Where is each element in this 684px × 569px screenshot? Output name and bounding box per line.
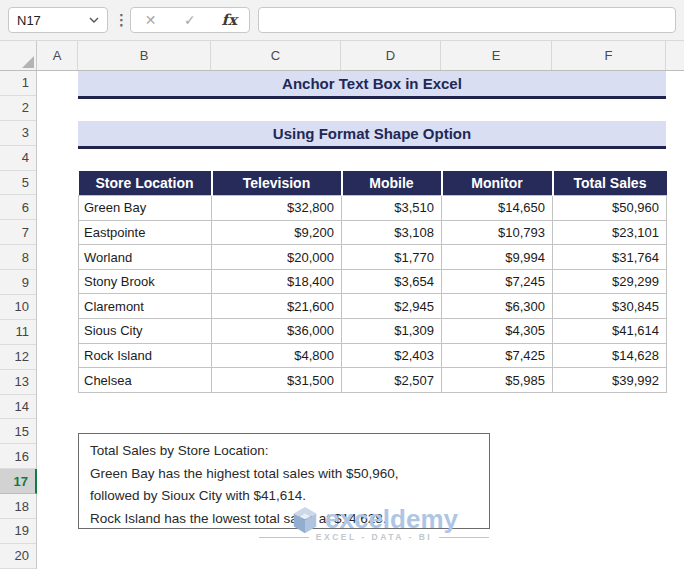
- row-header-18[interactable]: 18: [0, 494, 36, 519]
- chevron-down-icon[interactable]: [89, 16, 99, 24]
- textbox-line: Total Sales by Store Location:: [90, 440, 489, 463]
- cell-mobile[interactable]: $1,770: [342, 245, 442, 270]
- watermark-right-rule: [439, 537, 489, 538]
- cell-store[interactable]: Worland: [79, 245, 212, 270]
- row-header-11[interactable]: 11: [0, 320, 36, 345]
- row-header-13[interactable]: 13: [0, 370, 36, 395]
- header-television[interactable]: Television: [212, 171, 342, 196]
- enter-button[interactable]: ✓: [175, 12, 205, 28]
- row-header-19[interactable]: 19: [0, 519, 36, 544]
- exceldemy-watermark: exceldemy EXCEL - DATA - BI: [240, 504, 508, 542]
- cell-total[interactable]: $31,764: [553, 245, 667, 270]
- column-header-a[interactable]: A: [37, 41, 78, 70]
- formula-input[interactable]: [258, 7, 676, 33]
- cell-total[interactable]: $30,845: [553, 294, 667, 319]
- cancel-button[interactable]: ✕: [136, 12, 166, 28]
- column-header-d[interactable]: D: [341, 41, 441, 70]
- header-store-location[interactable]: Store Location: [79, 171, 212, 196]
- cell-total[interactable]: $23,101: [553, 220, 667, 245]
- row-header-9[interactable]: 9: [0, 270, 36, 295]
- cell-monitor[interactable]: $4,305: [442, 319, 553, 344]
- row-header-2[interactable]: 2: [0, 96, 36, 121]
- cell-store[interactable]: Claremont: [79, 294, 212, 319]
- cell-television[interactable]: $31,500: [212, 368, 342, 393]
- cell-television[interactable]: $36,000: [212, 319, 342, 344]
- row-headers: 1 2 3 4 5 6 7 8 9 10 11 12 13 14 15 16 1…: [0, 71, 37, 569]
- cell-mobile[interactable]: $1,309: [342, 319, 442, 344]
- more-options-icon[interactable]: ⋮: [114, 8, 126, 32]
- watermark-left-rule: [259, 537, 309, 538]
- cell-monitor[interactable]: $5,985: [442, 368, 553, 393]
- row-header-5[interactable]: 5: [0, 171, 36, 196]
- column-header-c[interactable]: C: [211, 41, 341, 70]
- cell-mobile[interactable]: $2,945: [342, 294, 442, 319]
- table-row: Worland $20,000 $1,770 $9,994 $31,764: [79, 245, 667, 270]
- cell-store[interactable]: Stony Brook: [79, 269, 212, 294]
- table-row: Eastpointe $9,200 $3,108 $10,793 $23,101: [79, 220, 667, 245]
- row-header-8[interactable]: 8: [0, 245, 36, 270]
- cell-mobile[interactable]: $3,510: [342, 196, 442, 221]
- row-header-17-active[interactable]: 17: [0, 469, 37, 494]
- cell-total[interactable]: $14,628: [553, 343, 667, 368]
- cell-store[interactable]: Chelsea: [79, 368, 212, 393]
- name-box-value: N17: [17, 13, 89, 28]
- name-box[interactable]: N17: [8, 7, 108, 33]
- cell-total[interactable]: $29,299: [553, 269, 667, 294]
- cell-monitor[interactable]: $7,425: [442, 343, 553, 368]
- row-header-4[interactable]: 4: [0, 146, 36, 171]
- table-row: Stony Brook $18,400 $3,654 $7,245 $29,29…: [79, 269, 667, 294]
- cell-monitor[interactable]: $10,793: [442, 220, 553, 245]
- cell-monitor[interactable]: $9,994: [442, 245, 553, 270]
- row-header-10[interactable]: 10: [0, 295, 36, 320]
- cell-mobile[interactable]: $2,507: [342, 368, 442, 393]
- table-row: Rock Island $4,800 $2,403 $7,425 $14,628: [79, 343, 667, 368]
- row-header-14[interactable]: 14: [0, 395, 36, 420]
- row-header-1[interactable]: 1: [0, 71, 36, 96]
- cell-television[interactable]: $20,000: [212, 245, 342, 270]
- cell-store[interactable]: Green Bay: [79, 196, 212, 221]
- cell-television[interactable]: $18,400: [212, 269, 342, 294]
- cell-store[interactable]: Sious City: [79, 319, 212, 344]
- cell-monitor[interactable]: $6,300: [442, 294, 553, 319]
- row-header-20[interactable]: 20: [0, 544, 36, 569]
- row-header-16[interactable]: 16: [0, 444, 36, 469]
- formula-buttons-group: ✕ ✓ fx: [130, 7, 250, 33]
- title-banner[interactable]: Anchor Text Box in Excel: [78, 71, 666, 99]
- row-header-15[interactable]: 15: [0, 419, 36, 444]
- cell-television[interactable]: $32,800: [212, 196, 342, 221]
- cell-television[interactable]: $21,600: [212, 294, 342, 319]
- column-header-e[interactable]: E: [441, 41, 552, 70]
- cell-mobile[interactable]: $2,403: [342, 343, 442, 368]
- table-header-row: Store Location Television Mobile Monitor…: [79, 171, 667, 196]
- section-banner[interactable]: Using Format Shape Option: [78, 121, 666, 149]
- formula-bar-strip: N17 ⋮ ✕ ✓ fx: [0, 0, 684, 41]
- header-monitor[interactable]: Monitor: [442, 171, 553, 196]
- column-header-f[interactable]: F: [552, 41, 666, 70]
- cell-total[interactable]: $50,960: [553, 196, 667, 221]
- header-mobile[interactable]: Mobile: [342, 171, 442, 196]
- cell-television[interactable]: $4,800: [212, 343, 342, 368]
- cell-mobile[interactable]: $3,654: [342, 269, 442, 294]
- cell-monitor[interactable]: $7,245: [442, 269, 553, 294]
- row-header-3[interactable]: 3: [0, 121, 36, 146]
- row-header-12[interactable]: 12: [0, 345, 36, 370]
- cell-monitor[interactable]: $14,650: [442, 196, 553, 221]
- excel-window: N17 ⋮ ✕ ✓ fx A B C D E F 1 2 3 4 5 6 7 8…: [0, 0, 684, 569]
- cell-television[interactable]: $9,200: [212, 220, 342, 245]
- cell-total[interactable]: $39,992: [553, 368, 667, 393]
- select-all-triangle-icon: [22, 56, 34, 68]
- header-total-sales[interactable]: Total Sales: [553, 171, 667, 196]
- column-header-b[interactable]: B: [78, 41, 211, 70]
- select-all-button[interactable]: [0, 41, 37, 70]
- cell-mobile[interactable]: $3,108: [342, 220, 442, 245]
- insert-function-button[interactable]: fx: [214, 11, 244, 29]
- cell-total[interactable]: $41,614: [553, 319, 667, 344]
- cell-store[interactable]: Rock Island: [79, 343, 212, 368]
- column-header-partial[interactable]: [666, 41, 684, 70]
- row-header-6[interactable]: 6: [0, 195, 36, 220]
- watermark-tagline: EXCEL - DATA - BI: [316, 532, 432, 542]
- column-headers: A B C D E F: [0, 41, 684, 71]
- sales-table: Store Location Television Mobile Monitor…: [78, 171, 667, 393]
- cell-store[interactable]: Eastpointe: [79, 220, 212, 245]
- row-header-7[interactable]: 7: [0, 220, 36, 245]
